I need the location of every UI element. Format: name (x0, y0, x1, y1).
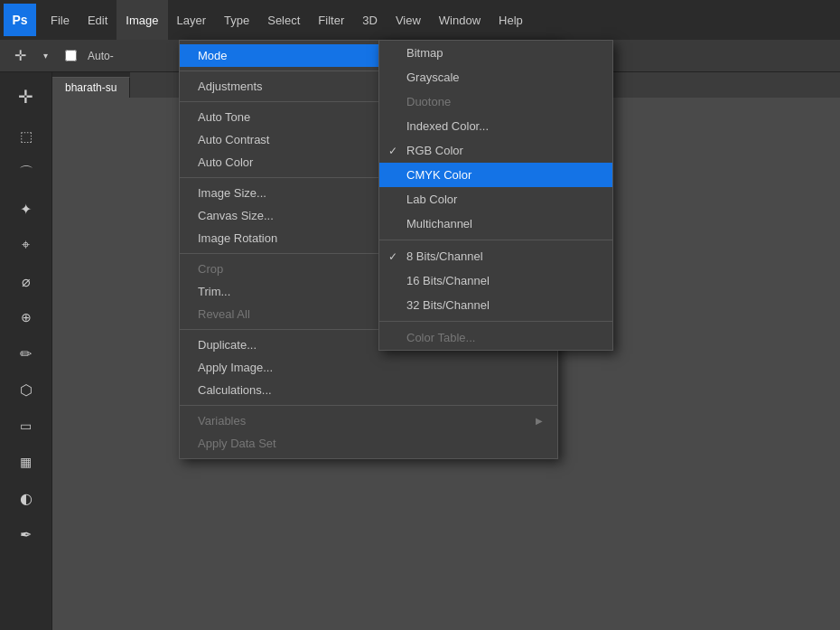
mode-32bits[interactable]: 32 Bits/Channel (379, 293, 612, 317)
auto-label: Auto- (88, 50, 114, 62)
pen-tool[interactable]: ✒ (8, 517, 44, 551)
mode-separator-1 (379, 240, 612, 240)
32bits-label: 32 Bits/Channel (406, 298, 490, 312)
mode-8bits[interactable]: ✓ 8 Bits/Channel (379, 244, 612, 268)
mode-multichannel[interactable]: Multichannel (379, 212, 612, 236)
ps-logo: Ps (4, 4, 36, 36)
mode-lab-color[interactable]: Lab Color (379, 187, 612, 212)
apply-image-label: Apply Image... (198, 361, 543, 374)
indexed-color-label: Indexed Color... (406, 119, 489, 133)
color-table-label: Color Table... (406, 331, 475, 344)
mode-duotone[interactable]: Duotone (379, 89, 612, 114)
document-tab[interactable]: bharath-su (52, 77, 130, 98)
eraser-tool[interactable]: ▭ (8, 409, 44, 443)
lab-color-label: Lab Color (406, 193, 457, 206)
image-menu-calculations[interactable]: Calculations... (180, 379, 557, 401)
auto-checkbox[interactable] (65, 50, 77, 61)
8bits-check-icon: ✓ (388, 250, 397, 263)
variables-label: Variables (198, 414, 528, 428)
move-tool[interactable]: ✛ (8, 80, 44, 114)
image-menu-section-variables: Variables ▶ Apply Data Set (180, 406, 557, 458)
apply-data-set-label: Apply Data Set (198, 437, 543, 450)
menu-window[interactable]: Window (430, 0, 490, 40)
eyedropper-tool[interactable]: ⌀ (8, 264, 44, 298)
brush-tool[interactable]: ✏ (8, 336, 44, 371)
image-menu-apply-data-set[interactable]: Apply Data Set (180, 432, 557, 455)
image-menu-variables[interactable]: Variables ▶ (180, 409, 557, 432)
menu-image[interactable]: Image (117, 0, 167, 40)
marquee-tool[interactable]: ⬚ (8, 119, 44, 154)
multichannel-label: Multichannel (406, 217, 472, 230)
menu-edit[interactable]: Edit (79, 0, 117, 40)
variables-arrow-icon: ▶ (536, 416, 543, 426)
menu-view[interactable]: View (387, 0, 430, 40)
menu-help[interactable]: Help (490, 0, 532, 40)
magic-wand-tool[interactable]: ✦ (8, 192, 44, 226)
bitmap-label: Bitmap (406, 46, 443, 60)
menu-file[interactable]: File (42, 0, 79, 40)
duotone-label: Duotone (406, 95, 451, 108)
menu-filter[interactable]: Filter (309, 0, 353, 40)
dodge-tool[interactable]: ◐ (8, 481, 44, 515)
move-tool-options[interactable]: ✛ (7, 43, 33, 69)
8bits-label: 8 Bits/Channel (406, 249, 483, 263)
mode-rgb-color[interactable]: ✓ RGB Color (379, 138, 612, 163)
mode-cmyk-color[interactable]: CMYK Color (379, 163, 612, 187)
rgb-color-label: RGB Color (406, 144, 463, 157)
mode-16bits[interactable]: 16 Bits/Channel (379, 268, 612, 293)
mode-color-table[interactable]: Color Table... (379, 325, 612, 350)
image-menu-apply-image[interactable]: Apply Image... (180, 356, 557, 379)
mode-separator-2 (379, 321, 612, 322)
clone-stamp-tool[interactable]: ⬡ (8, 372, 44, 407)
menu-bar: Ps File Edit Image Layer Type Select Fil… (0, 0, 840, 40)
rgb-check-icon: ✓ (388, 145, 397, 157)
mode-bitmap[interactable]: Bitmap (379, 41, 612, 65)
healing-brush-tool[interactable]: ⊕ (8, 300, 44, 334)
mode-submenu[interactable]: Bitmap Grayscale Duotone Indexed Color..… (378, 40, 613, 351)
arrow-dropdown[interactable]: ▾ (33, 43, 58, 69)
crop-tool[interactable]: ⌖ (8, 228, 44, 262)
mode-grayscale[interactable]: Grayscale (379, 65, 612, 89)
menu-type[interactable]: Type (215, 0, 258, 40)
menu-items: File Edit Image Layer Type Select Filter… (42, 0, 532, 40)
calculations-label: Calculations... (198, 383, 543, 397)
16bits-label: 16 Bits/Channel (406, 274, 490, 287)
menu-3d[interactable]: 3D (353, 0, 387, 40)
mode-indexed-color[interactable]: Indexed Color... (379, 114, 612, 138)
gradient-tool[interactable]: ▦ (8, 445, 44, 479)
cmyk-color-label: CMYK Color (406, 168, 471, 182)
grayscale-label: Grayscale (406, 71, 460, 84)
left-sidebar: ✛ ⬚ ⌒ ✦ ⌖ ⌀ ⊕ ✏ ⬡ ▭ ▦ ◐ ✒ (0, 72, 52, 630)
lasso-tool[interactable]: ⌒ (8, 155, 44, 190)
menu-select[interactable]: Select (258, 0, 309, 40)
menu-layer[interactable]: Layer (168, 0, 216, 40)
tab-bar: bharath-su (52, 72, 130, 98)
